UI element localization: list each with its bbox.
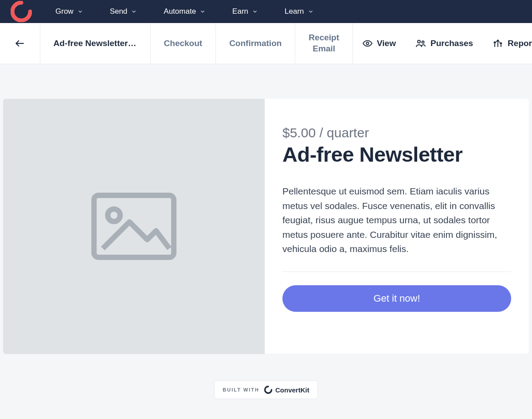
tab-confirmation[interactable]: Confirmation: [216, 23, 295, 64]
cta-button[interactable]: Get it now!: [282, 285, 511, 312]
chevron-down-icon: [200, 8, 206, 15]
product-title: Ad-free Newsletter: [282, 142, 511, 167]
chevron-down-icon: [308, 8, 314, 15]
nav-grow[interactable]: Grow: [42, 0, 97, 23]
tab-label-line1: Receipt: [309, 32, 339, 43]
chart-icon: [493, 38, 503, 49]
built-with-badge[interactable]: BUILT WITH ConvertKit: [214, 380, 317, 399]
nav-earn[interactable]: Earn: [219, 0, 271, 23]
logo-icon: [11, 1, 32, 22]
svg-point-1: [366, 42, 369, 45]
brand-name: ConvertKit: [275, 386, 309, 394]
back-button[interactable]: [14, 38, 26, 49]
product-card: $5.00 / quarter Ad-free Newsletter Pelle…: [3, 99, 529, 354]
chevron-down-icon: [77, 8, 83, 15]
action-purchases[interactable]: Purchases: [406, 23, 483, 64]
svg-point-2: [418, 40, 420, 43]
nav-label: Earn: [232, 7, 248, 16]
tab-receipt-email[interactable]: Receipt Email: [295, 23, 353, 64]
divider: [282, 272, 511, 272]
action-view[interactable]: View: [353, 23, 406, 64]
action-label: Repor: [508, 39, 532, 48]
chevron-down-icon: [131, 8, 137, 15]
nav-label: Automate: [164, 7, 196, 16]
product-image-placeholder: [3, 99, 265, 354]
secondary-bar: Ad-free Newsletter … Checkout Confirmati…: [0, 23, 532, 64]
tab-product[interactable]: Ad-free Newsletter …: [40, 23, 151, 64]
footer: BUILT WITH ConvertKit: [3, 380, 529, 399]
nav-send[interactable]: Send: [97, 0, 151, 23]
svg-point-3: [422, 41, 424, 43]
top-nav-items: Grow Send Automate Earn Learn: [42, 0, 327, 23]
nav-label: Send: [110, 7, 128, 16]
nav-label: Learn: [285, 7, 304, 16]
tab-label: Ad-free Newsletter …: [54, 38, 137, 49]
content: $5.00 / quarter Ad-free Newsletter Pelle…: [0, 64, 532, 399]
nav-learn[interactable]: Learn: [271, 0, 327, 23]
svg-point-11: [108, 209, 120, 221]
tab-label: Checkout: [164, 38, 203, 49]
logo[interactable]: [0, 0, 42, 23]
tab-checkout[interactable]: Checkout: [151, 23, 216, 64]
chevron-down-icon: [252, 8, 258, 15]
top-nav: Grow Send Automate Earn Learn: [0, 0, 532, 23]
brand-icon: [264, 385, 273, 394]
built-with-label: BUILT WITH: [223, 387, 259, 392]
nav-label: Grow: [55, 7, 74, 16]
nav-automate[interactable]: Automate: [150, 0, 219, 23]
action-label: View: [377, 39, 396, 48]
image-icon: [90, 191, 178, 262]
product-body: $5.00 / quarter Ad-free Newsletter Pelle…: [265, 99, 529, 354]
tab-label-line2: Email: [313, 43, 335, 54]
action-label: Purchases: [430, 39, 473, 48]
action-reports[interactable]: Repor: [483, 23, 532, 64]
brand: ConvertKit: [264, 385, 309, 394]
users-icon: [415, 38, 426, 49]
tab-label: Confirmation: [229, 38, 282, 49]
back-wrap: [0, 23, 40, 64]
product-price: $5.00 / quarter: [282, 125, 511, 140]
product-description: Pellentesque ut euismod sem. Etiam iacul…: [282, 184, 511, 256]
arrow-left-icon: [14, 38, 26, 49]
eye-icon: [363, 39, 372, 48]
